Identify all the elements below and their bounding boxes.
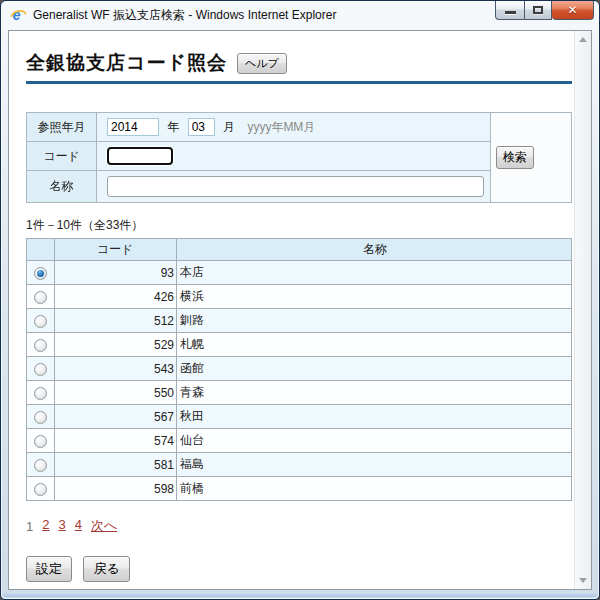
- row-name: 秋田: [177, 405, 572, 429]
- name-label: 名称: [27, 171, 97, 203]
- row-select-radio[interactable]: [34, 315, 47, 328]
- pagination-link[interactable]: 2: [42, 517, 49, 535]
- window-controls: ✕: [495, 1, 594, 20]
- row-select-radio[interactable]: [34, 267, 47, 280]
- row-name: 札幌: [177, 333, 572, 357]
- close-icon: ✕: [567, 4, 577, 16]
- row-code: 426: [55, 285, 177, 309]
- window-title: Generalist WF 振込支店検索 - Windows Internet …: [33, 7, 336, 24]
- pagination-current-page: 1: [26, 519, 33, 534]
- year-unit-label: 年: [167, 120, 179, 134]
- table-row: 543 函館: [27, 357, 572, 381]
- row-code: 567: [55, 405, 177, 429]
- name-row: 名称: [27, 171, 572, 203]
- scroll-down-button[interactable]: [575, 572, 591, 589]
- page-title: 全銀協支店コード照会: [26, 50, 227, 76]
- help-button[interactable]: ヘルプ: [237, 53, 287, 74]
- name-column-header: 名称: [177, 239, 572, 261]
- code-cell: [97, 142, 491, 171]
- ref-ym-row: 参照年月 年 月 yyyy年MM月 検索: [27, 113, 572, 142]
- code-label: コード: [27, 142, 97, 171]
- maximize-icon: [533, 6, 543, 14]
- window-frame-bottom: [3, 592, 597, 597]
- code-column-header: コード: [55, 239, 177, 261]
- row-select-radio[interactable]: [34, 387, 47, 400]
- vertical-scrollbar[interactable]: [574, 31, 591, 589]
- heading-divider: [26, 81, 572, 84]
- pagination-link[interactable]: 次へ: [91, 517, 117, 535]
- row-code: 543: [55, 357, 177, 381]
- row-code: 529: [55, 333, 177, 357]
- result-count-summary: 1件－10件（全33件）: [26, 217, 574, 234]
- row-select-radio[interactable]: [34, 459, 47, 472]
- date-format-hint: yyyy年MM月: [247, 120, 315, 134]
- svg-text:e: e: [13, 7, 21, 23]
- table-row: 567 秋田: [27, 405, 572, 429]
- row-name: 仙台: [177, 429, 572, 453]
- table-row: 581 福島: [27, 453, 572, 477]
- action-buttons: 設定 戻る: [26, 556, 574, 582]
- name-input[interactable]: [107, 176, 484, 197]
- year-input[interactable]: [107, 118, 159, 136]
- table-row: 93 本店: [27, 261, 572, 285]
- browser-popup-window: e Generalist WF 振込支店検索 - Windows Interne…: [0, 0, 600, 600]
- maximize-button[interactable]: [524, 1, 552, 20]
- row-name: 横浜: [177, 285, 572, 309]
- pagination-link[interactable]: 3: [58, 517, 65, 535]
- row-name: 本店: [177, 261, 572, 285]
- ref-ym-label: 参照年月: [27, 113, 97, 142]
- arrow-up-icon: [579, 37, 587, 42]
- code-row: コード: [27, 142, 572, 171]
- month-unit-label: 月: [223, 120, 235, 134]
- row-select-radio[interactable]: [34, 411, 47, 424]
- search-form: 参照年月 年 月 yyyy年MM月 検索 コード: [26, 112, 572, 203]
- table-row: 512 釧路: [27, 309, 572, 333]
- row-select-radio[interactable]: [34, 291, 47, 304]
- arrow-down-icon: [579, 578, 587, 583]
- row-select-radio[interactable]: [34, 483, 47, 496]
- row-code: 574: [55, 429, 177, 453]
- name-cell: [97, 171, 491, 203]
- code-input[interactable]: [107, 147, 173, 165]
- row-name: 釧路: [177, 309, 572, 333]
- table-row: 598 前橋: [27, 477, 572, 501]
- pagination-link[interactable]: 4: [75, 517, 82, 535]
- page-content-area: 全銀協支店コード照会 ヘルプ 参照年月 年 月 yyyy年MM月 検索: [8, 30, 592, 590]
- radio-column-header: [27, 239, 55, 261]
- table-row: 529 札幌: [27, 333, 572, 357]
- row-name: 福島: [177, 453, 572, 477]
- row-code: 581: [55, 453, 177, 477]
- row-code: 512: [55, 309, 177, 333]
- row-name: 前橋: [177, 477, 572, 501]
- minimize-button[interactable]: [495, 1, 524, 20]
- close-button[interactable]: ✕: [552, 1, 594, 20]
- row-name: 青森: [177, 381, 572, 405]
- back-button[interactable]: 戻る: [83, 556, 129, 582]
- minimize-icon: [505, 11, 516, 14]
- row-select-radio[interactable]: [34, 363, 47, 376]
- results-table: コード 名称 93 本店 426 横浜: [26, 238, 572, 501]
- row-select-radio[interactable]: [34, 435, 47, 448]
- search-button[interactable]: 検索: [496, 146, 534, 169]
- table-row: 574 仙台: [27, 429, 572, 453]
- row-name: 函館: [177, 357, 572, 381]
- search-button-cell: 検索: [491, 113, 572, 203]
- scroll-up-button[interactable]: [575, 31, 591, 48]
- table-row: 550 青森: [27, 381, 572, 405]
- row-code: 550: [55, 381, 177, 405]
- ref-ym-cell: 年 月 yyyy年MM月: [97, 113, 491, 142]
- pagination: 1 234次へ: [26, 517, 574, 535]
- results-header-row: コード 名称: [27, 239, 572, 261]
- set-button[interactable]: 設定: [26, 556, 72, 582]
- row-code: 598: [55, 477, 177, 501]
- month-input[interactable]: [188, 118, 215, 136]
- row-code: 93: [55, 261, 177, 285]
- table-row: 426 横浜: [27, 285, 572, 309]
- ie-logo-icon: e: [10, 7, 27, 24]
- row-select-radio[interactable]: [34, 339, 47, 352]
